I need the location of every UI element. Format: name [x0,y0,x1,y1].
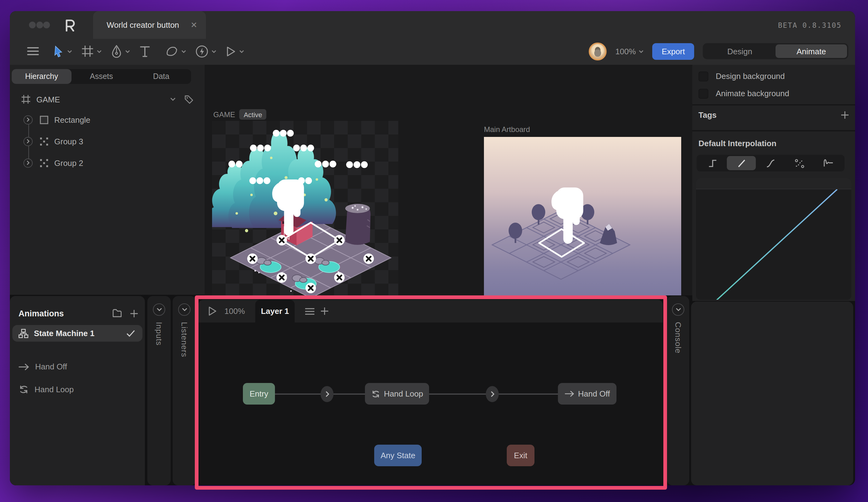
play-icon[interactable] [208,306,217,316]
canvas-zoom-value: 100% [615,47,636,56]
rive-logo-icon [65,19,75,31]
tree-row-group3[interactable]: Group 3 [23,136,196,147]
tab-data[interactable]: Data [131,69,191,84]
design-background-swatch[interactable] [699,71,708,81]
chevron-down-icon[interactable] [67,50,72,53]
interp-linear-button[interactable] [727,156,756,170]
chevron-down-icon[interactable] [125,50,130,53]
add-tag-icon[interactable] [841,111,849,119]
animation-item-hand-off[interactable]: Hand Off [12,358,142,375]
tag-icon[interactable] [184,95,194,104]
transition-marker[interactable] [486,386,499,402]
any-state-node[interactable]: Any State [374,445,422,466]
layer-tab[interactable]: Layer 1 [255,300,295,322]
menu-button[interactable] [25,44,41,59]
layer-label: Group 3 [54,136,83,146]
file-tab[interactable]: World creator button ✕ [93,11,206,39]
expand-icon[interactable] [23,115,33,124]
chevron-down-icon[interactable] [97,50,102,53]
listeners-collapsed-panel[interactable]: Listeners [173,296,196,485]
main-artboard-caption: Main Artboard [484,125,530,134]
game-scene [212,121,398,295]
tab-hierarchy[interactable]: Hierarchy [12,69,72,84]
design-canvas[interactable]: GAME Active [205,65,692,295]
interpolation-curve [696,189,851,300]
expand-icon[interactable] [23,158,33,167]
console-collapsed-panel[interactable]: Console [667,296,689,485]
transition-marker[interactable] [321,386,333,402]
artboard-row[interactable]: GAME [21,92,194,106]
chevron-down-icon[interactable] [239,50,244,53]
bottom-right-panel [691,301,853,485]
inputs-panel-label: Inputs [154,322,164,346]
hamburger-icon [27,46,39,56]
state-machine-graph[interactable]: Entry Hand Loop Hand Off Any State Exit [198,322,663,485]
select-tool[interactable] [51,43,75,60]
app-window: World creator button ✕ BETA 0.8.3105 [10,11,855,485]
graph-zoom-value[interactable]: 100% [224,307,245,316]
text-tool[interactable] [137,43,153,60]
animate-background-swatch[interactable] [699,89,708,98]
animation-item-state-machine[interactable]: State Machine 1 [12,325,142,342]
main-artboard[interactable] [484,137,681,295]
artboard-name: GAME [37,95,60,104]
canvas-zoom-control[interactable]: 100% [615,47,644,56]
animate-background-label: Animate background [716,89,789,98]
traffic-light-close[interactable] [29,22,36,28]
interp-cubic-button[interactable] [785,156,814,170]
events-tool[interactable] [193,42,219,60]
chevron-down-icon[interactable] [211,50,216,53]
interpolation-curve-editor[interactable] [696,178,851,300]
folder-icon[interactable] [112,309,122,318]
layer-label: Rectangle [54,115,90,124]
expand-icon[interactable] [23,136,33,146]
hand-off-node[interactable]: Hand Off [558,383,617,404]
expand-panel-icon[interactable] [153,304,165,316]
artboard-icon [21,94,31,104]
design-mode-button[interactable]: Design [704,44,776,58]
frame-icon [81,45,94,57]
interp-hold-button[interactable] [698,156,727,170]
interp-ease-button[interactable] [756,156,785,170]
hand-loop-node[interactable]: Hand Loop [365,383,429,404]
group-icon [40,137,48,145]
add-animation-icon[interactable] [130,309,138,317]
expand-panel-icon[interactable] [672,304,684,316]
tree-row-group2[interactable]: Group 2 [23,157,196,168]
expand-panel-icon[interactable] [178,304,190,316]
loop-icon [371,389,380,398]
animations-title: Animations [19,309,64,318]
curve-editor-header [696,178,851,189]
tab-assets[interactable]: Assets [72,69,131,84]
export-button[interactable]: Export [652,43,694,60]
chevron-down-icon[interactable] [170,98,176,101]
tags-row: Tags [699,110,849,120]
left-panel-tabs: Hierarchy Assets Data [12,69,191,84]
exit-node[interactable]: Exit [507,445,535,466]
animation-item-hand-loop[interactable]: Hand Loop [12,381,142,398]
animations-header: Animations [19,308,138,319]
knife-tool[interactable] [163,43,189,60]
one-shot-icon [565,390,574,397]
traffic-light-minimize[interactable] [36,22,43,28]
node-label: Hand Loop [384,389,423,398]
active-badge: Active [239,109,267,120]
user-avatar[interactable] [589,42,607,60]
layer-list-icon[interactable] [304,308,315,315]
artboard-tool[interactable] [79,43,104,60]
interp-elastic-button[interactable] [814,156,843,170]
desktop: World creator button ✕ BETA 0.8.3105 [0,0,868,502]
add-layer-icon[interactable] [321,307,329,315]
tags-title: Tags [699,110,717,119]
play-tool[interactable] [223,43,247,60]
entry-node[interactable]: Entry [243,383,275,404]
chevron-down-icon[interactable] [181,50,186,53]
game-artboard[interactable] [212,121,398,295]
animate-mode-button[interactable]: Animate [776,44,847,58]
inputs-collapsed-panel[interactable]: Inputs [147,296,171,485]
pen-tool[interactable] [108,42,133,60]
hierarchy-panel: Hierarchy Assets Data GAME Rectangle Gro… [10,65,205,295]
close-tab-icon[interactable]: ✕ [190,20,197,30]
traffic-light-zoom[interactable] [43,22,50,28]
tree-row-rectangle[interactable]: Rectangle [23,114,196,125]
